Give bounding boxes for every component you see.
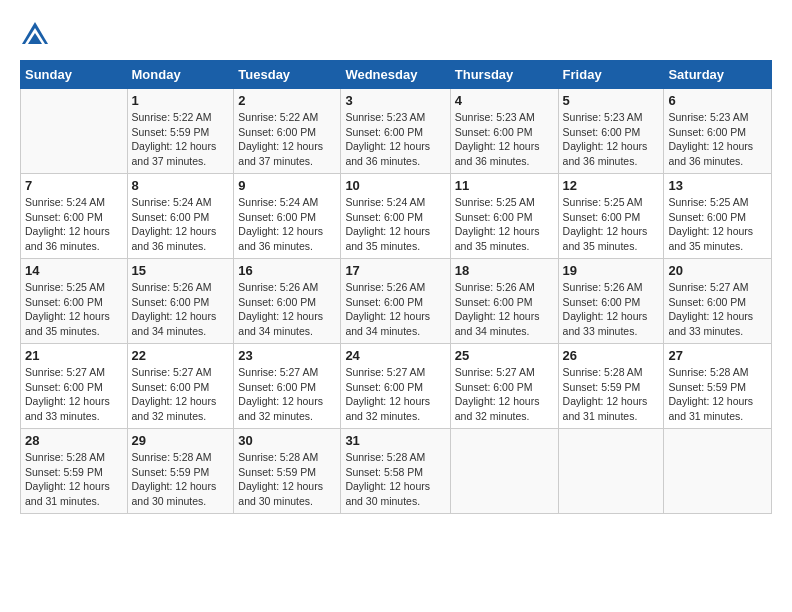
logo [20, 20, 54, 50]
header-day-tuesday: Tuesday [234, 61, 341, 89]
header-day-monday: Monday [127, 61, 234, 89]
day-number: 15 [132, 263, 230, 278]
calendar-cell: 30Sunrise: 5:28 AM Sunset: 5:59 PM Dayli… [234, 429, 341, 514]
day-info: Sunrise: 5:25 AM Sunset: 6:00 PM Dayligh… [563, 195, 660, 254]
day-number: 20 [668, 263, 767, 278]
day-number: 23 [238, 348, 336, 363]
day-info: Sunrise: 5:28 AM Sunset: 5:59 PM Dayligh… [563, 365, 660, 424]
day-number: 4 [455, 93, 554, 108]
day-info: Sunrise: 5:23 AM Sunset: 6:00 PM Dayligh… [455, 110, 554, 169]
header-day-friday: Friday [558, 61, 664, 89]
day-number: 13 [668, 178, 767, 193]
day-info: Sunrise: 5:23 AM Sunset: 6:00 PM Dayligh… [345, 110, 445, 169]
day-number: 6 [668, 93, 767, 108]
day-number: 18 [455, 263, 554, 278]
header-day-thursday: Thursday [450, 61, 558, 89]
day-info: Sunrise: 5:24 AM Sunset: 6:00 PM Dayligh… [238, 195, 336, 254]
day-number: 30 [238, 433, 336, 448]
day-info: Sunrise: 5:24 AM Sunset: 6:00 PM Dayligh… [345, 195, 445, 254]
calendar-cell: 5Sunrise: 5:23 AM Sunset: 6:00 PM Daylig… [558, 89, 664, 174]
day-info: Sunrise: 5:28 AM Sunset: 5:59 PM Dayligh… [132, 450, 230, 509]
week-row-2: 7Sunrise: 5:24 AM Sunset: 6:00 PM Daylig… [21, 174, 772, 259]
calendar-cell: 4Sunrise: 5:23 AM Sunset: 6:00 PM Daylig… [450, 89, 558, 174]
calendar-cell: 8Sunrise: 5:24 AM Sunset: 6:00 PM Daylig… [127, 174, 234, 259]
header-day-wednesday: Wednesday [341, 61, 450, 89]
day-number: 10 [345, 178, 445, 193]
day-number: 12 [563, 178, 660, 193]
day-number: 16 [238, 263, 336, 278]
calendar-cell: 27Sunrise: 5:28 AM Sunset: 5:59 PM Dayli… [664, 344, 772, 429]
day-info: Sunrise: 5:26 AM Sunset: 6:00 PM Dayligh… [132, 280, 230, 339]
calendar-cell: 15Sunrise: 5:26 AM Sunset: 6:00 PM Dayli… [127, 259, 234, 344]
day-number: 7 [25, 178, 123, 193]
day-number: 14 [25, 263, 123, 278]
calendar-cell: 14Sunrise: 5:25 AM Sunset: 6:00 PM Dayli… [21, 259, 128, 344]
calendar-cell: 19Sunrise: 5:26 AM Sunset: 6:00 PM Dayli… [558, 259, 664, 344]
day-number: 11 [455, 178, 554, 193]
calendar-cell: 20Sunrise: 5:27 AM Sunset: 6:00 PM Dayli… [664, 259, 772, 344]
day-info: Sunrise: 5:22 AM Sunset: 6:00 PM Dayligh… [238, 110, 336, 169]
day-info: Sunrise: 5:26 AM Sunset: 6:00 PM Dayligh… [563, 280, 660, 339]
page-header [20, 20, 772, 50]
day-number: 9 [238, 178, 336, 193]
day-info: Sunrise: 5:25 AM Sunset: 6:00 PM Dayligh… [455, 195, 554, 254]
day-info: Sunrise: 5:24 AM Sunset: 6:00 PM Dayligh… [25, 195, 123, 254]
day-number: 28 [25, 433, 123, 448]
day-number: 24 [345, 348, 445, 363]
calendar-cell: 10Sunrise: 5:24 AM Sunset: 6:00 PM Dayli… [341, 174, 450, 259]
calendar-cell: 23Sunrise: 5:27 AM Sunset: 6:00 PM Dayli… [234, 344, 341, 429]
calendar-cell: 1Sunrise: 5:22 AM Sunset: 5:59 PM Daylig… [127, 89, 234, 174]
calendar-cell: 28Sunrise: 5:28 AM Sunset: 5:59 PM Dayli… [21, 429, 128, 514]
day-info: Sunrise: 5:26 AM Sunset: 6:00 PM Dayligh… [345, 280, 445, 339]
week-row-4: 21Sunrise: 5:27 AM Sunset: 6:00 PM Dayli… [21, 344, 772, 429]
header-day-saturday: Saturday [664, 61, 772, 89]
calendar-cell: 11Sunrise: 5:25 AM Sunset: 6:00 PM Dayli… [450, 174, 558, 259]
calendar-cell: 21Sunrise: 5:27 AM Sunset: 6:00 PM Dayli… [21, 344, 128, 429]
header-day-sunday: Sunday [21, 61, 128, 89]
day-number: 27 [668, 348, 767, 363]
day-info: Sunrise: 5:27 AM Sunset: 6:00 PM Dayligh… [25, 365, 123, 424]
calendar-cell: 2Sunrise: 5:22 AM Sunset: 6:00 PM Daylig… [234, 89, 341, 174]
header-row: SundayMondayTuesdayWednesdayThursdayFrid… [21, 61, 772, 89]
day-info: Sunrise: 5:24 AM Sunset: 6:00 PM Dayligh… [132, 195, 230, 254]
day-number: 3 [345, 93, 445, 108]
day-info: Sunrise: 5:26 AM Sunset: 6:00 PM Dayligh… [238, 280, 336, 339]
calendar-cell: 31Sunrise: 5:28 AM Sunset: 5:58 PM Dayli… [341, 429, 450, 514]
day-info: Sunrise: 5:27 AM Sunset: 6:00 PM Dayligh… [238, 365, 336, 424]
calendar-cell: 9Sunrise: 5:24 AM Sunset: 6:00 PM Daylig… [234, 174, 341, 259]
calendar-cell [21, 89, 128, 174]
day-number: 29 [132, 433, 230, 448]
calendar-cell [558, 429, 664, 514]
calendar-cell: 22Sunrise: 5:27 AM Sunset: 6:00 PM Dayli… [127, 344, 234, 429]
day-info: Sunrise: 5:26 AM Sunset: 6:00 PM Dayligh… [455, 280, 554, 339]
calendar-cell: 17Sunrise: 5:26 AM Sunset: 6:00 PM Dayli… [341, 259, 450, 344]
calendar-cell: 6Sunrise: 5:23 AM Sunset: 6:00 PM Daylig… [664, 89, 772, 174]
week-row-5: 28Sunrise: 5:28 AM Sunset: 5:59 PM Dayli… [21, 429, 772, 514]
day-info: Sunrise: 5:27 AM Sunset: 6:00 PM Dayligh… [132, 365, 230, 424]
day-info: Sunrise: 5:28 AM Sunset: 5:58 PM Dayligh… [345, 450, 445, 509]
day-info: Sunrise: 5:27 AM Sunset: 6:00 PM Dayligh… [668, 280, 767, 339]
day-number: 26 [563, 348, 660, 363]
day-number: 8 [132, 178, 230, 193]
calendar-cell: 12Sunrise: 5:25 AM Sunset: 6:00 PM Dayli… [558, 174, 664, 259]
day-info: Sunrise: 5:25 AM Sunset: 6:00 PM Dayligh… [668, 195, 767, 254]
day-info: Sunrise: 5:28 AM Sunset: 5:59 PM Dayligh… [25, 450, 123, 509]
calendar-cell: 7Sunrise: 5:24 AM Sunset: 6:00 PM Daylig… [21, 174, 128, 259]
logo-icon [20, 20, 50, 50]
day-number: 22 [132, 348, 230, 363]
calendar-cell: 29Sunrise: 5:28 AM Sunset: 5:59 PM Dayli… [127, 429, 234, 514]
calendar-cell: 18Sunrise: 5:26 AM Sunset: 6:00 PM Dayli… [450, 259, 558, 344]
calendar-cell: 26Sunrise: 5:28 AM Sunset: 5:59 PM Dayli… [558, 344, 664, 429]
day-number: 21 [25, 348, 123, 363]
calendar-cell: 24Sunrise: 5:27 AM Sunset: 6:00 PM Dayli… [341, 344, 450, 429]
calendar-cell: 25Sunrise: 5:27 AM Sunset: 6:00 PM Dayli… [450, 344, 558, 429]
day-number: 31 [345, 433, 445, 448]
calendar-cell [450, 429, 558, 514]
calendar-cell: 13Sunrise: 5:25 AM Sunset: 6:00 PM Dayli… [664, 174, 772, 259]
day-info: Sunrise: 5:22 AM Sunset: 5:59 PM Dayligh… [132, 110, 230, 169]
day-number: 2 [238, 93, 336, 108]
calendar-cell [664, 429, 772, 514]
week-row-1: 1Sunrise: 5:22 AM Sunset: 5:59 PM Daylig… [21, 89, 772, 174]
day-number: 19 [563, 263, 660, 278]
day-info: Sunrise: 5:27 AM Sunset: 6:00 PM Dayligh… [455, 365, 554, 424]
